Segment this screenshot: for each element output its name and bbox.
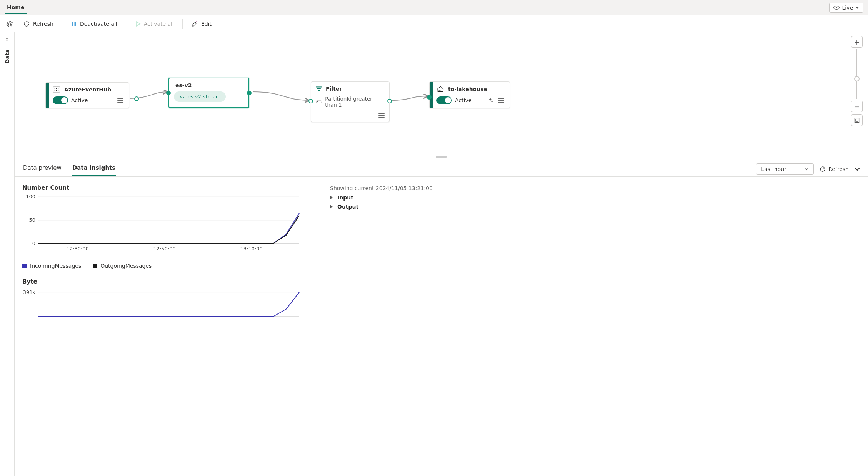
chevron-right-icon (330, 196, 333, 199)
panel-toolbar: Data preview Data insights Last hour Ref… (15, 158, 868, 177)
port-in[interactable] (308, 99, 313, 103)
eye-icon (833, 6, 840, 10)
lakehouse-icon (436, 86, 444, 93)
source-status: Active (71, 97, 88, 103)
node-menu-button[interactable] (117, 98, 123, 103)
dest-status: Active (455, 97, 471, 103)
node-menu-button[interactable] (498, 98, 504, 103)
insights-input-label: Input (337, 194, 353, 201)
separator (220, 19, 220, 29)
svg-text:13:10:00: 13:10:00 (240, 246, 263, 252)
stream-pill-label: es-v2-stream (188, 94, 220, 100)
panel-tabs: Data preview Data insights (22, 161, 116, 176)
graph-canvas[interactable]: AzureEventHub Active es-v2 (15, 32, 868, 155)
refresh-label: Refresh (33, 21, 53, 27)
svg-text:12:50:00: 12:50:00 (153, 246, 176, 252)
node-menu-button[interactable] (378, 113, 385, 118)
port-in[interactable] (427, 95, 432, 100)
edit-label: Edit (201, 21, 212, 27)
zoom-slider[interactable] (856, 49, 857, 99)
timerange-value: Last hour (761, 166, 786, 172)
legend-swatch (22, 264, 27, 268)
node-title: AzureEventHub (64, 86, 111, 93)
svg-point-3 (55, 88, 55, 89)
activate-all-button: Activate all (132, 19, 176, 28)
node-accent (46, 83, 49, 108)
panel-resize-handle[interactable] (15, 155, 868, 158)
source-active-toggle[interactable] (53, 96, 68, 104)
tab-data-insights[interactable]: Data insights (72, 161, 117, 176)
svg-point-6 (55, 90, 55, 91)
chevron-down-icon (855, 7, 859, 9)
legend-label: OutgoingMessages (100, 263, 152, 269)
deactivate-all-button[interactable]: Deactivate all (68, 19, 120, 28)
svg-rect-13 (317, 101, 318, 102)
chart-byte: 391k (22, 288, 315, 319)
port-out[interactable] (247, 91, 252, 95)
port-in[interactable] (166, 91, 171, 95)
svg-point-4 (56, 88, 57, 89)
edit-button[interactable]: Edit (189, 19, 214, 29)
gear-icon (6, 20, 13, 27)
dest-active-toggle[interactable] (436, 96, 452, 104)
timerange-select[interactable]: Last hour (756, 163, 814, 175)
chart-number-count: 05010012:30:0012:50:0013:10:00 (22, 194, 315, 252)
rule-icon (316, 100, 322, 104)
refresh-button[interactable]: Refresh (21, 19, 56, 29)
separator (182, 19, 183, 29)
node-source[interactable]: AzureEventHub Active (45, 82, 129, 108)
svg-text:391k: 391k (23, 289, 36, 295)
legend-label: IncomingMessages (30, 263, 81, 269)
svg-rect-2 (53, 87, 60, 92)
panel-refresh-label: Refresh (828, 166, 849, 172)
svg-rect-10 (317, 88, 321, 89)
port-out[interactable] (134, 96, 139, 101)
stream-pill[interactable]: es-v2-stream (174, 91, 226, 102)
port-out[interactable] (387, 99, 392, 103)
side-rail: » Data (0, 32, 15, 476)
stream-icon (179, 94, 185, 100)
settings-button[interactable] (4, 19, 15, 29)
tab-data-preview[interactable]: Data preview (22, 161, 62, 176)
filter-icon (316, 86, 322, 91)
zoom-controls: + − (851, 36, 863, 126)
svg-text:12:30:00: 12:30:00 (67, 246, 89, 252)
expand-panel-button[interactable]: » (5, 36, 9, 42)
showing-timestamp: Showing current 2024/11/05 13:21:00 (330, 185, 860, 191)
svg-text:50: 50 (29, 217, 35, 223)
bottom-panel: Data preview Data insights Last hour Ref… (15, 158, 868, 476)
svg-rect-15 (856, 119, 858, 121)
svg-rect-14 (855, 118, 859, 122)
toolbar: Refresh Deactivate all Activate all Edit (0, 15, 868, 32)
live-label: Live (842, 5, 853, 11)
insights-output-section[interactable]: Output (330, 204, 860, 210)
live-toggle-button[interactable]: Live (829, 3, 863, 13)
chevron-down-icon (804, 168, 809, 171)
panel-collapse-button[interactable] (854, 167, 860, 171)
insights-side-info: Showing current 2024/11/05 13:21:00 Inpu… (330, 184, 860, 330)
filter-desc: PartitionId greater than 1 (325, 96, 384, 108)
side-rail-label: Data (4, 49, 10, 63)
svg-text:0: 0 (32, 240, 35, 246)
main-area: » Data (0, 32, 868, 476)
panel-refresh-button[interactable]: Refresh (819, 166, 849, 172)
legend-swatch (93, 264, 97, 268)
node-title: to-lakehouse (448, 86, 487, 92)
node-stream[interactable]: es-v2 es-v2-stream (168, 78, 249, 108)
zoom-in-button[interactable]: + (851, 36, 863, 48)
zoom-out-button[interactable]: − (851, 101, 863, 112)
insights-input-section[interactable]: Input (330, 194, 860, 201)
pause-icon (71, 21, 77, 27)
fit-to-screen-button[interactable] (851, 114, 863, 126)
home-tab[interactable]: Home (5, 1, 27, 14)
svg-point-5 (58, 88, 58, 89)
charts-column: Number Count 05010012:30:0012:50:0013:10… (22, 184, 315, 330)
chevron-right-icon (330, 205, 333, 209)
chevron-down-icon (854, 167, 860, 171)
node-filter[interactable]: Filter PartitionId greater than 1 (311, 81, 390, 122)
separator (126, 19, 126, 29)
node-destination[interactable]: to-lakehouse Active (429, 81, 510, 108)
activate-all-label: Activate all (144, 21, 174, 27)
insights-icon[interactable] (487, 97, 493, 103)
top-bar: Home Live (0, 0, 868, 15)
